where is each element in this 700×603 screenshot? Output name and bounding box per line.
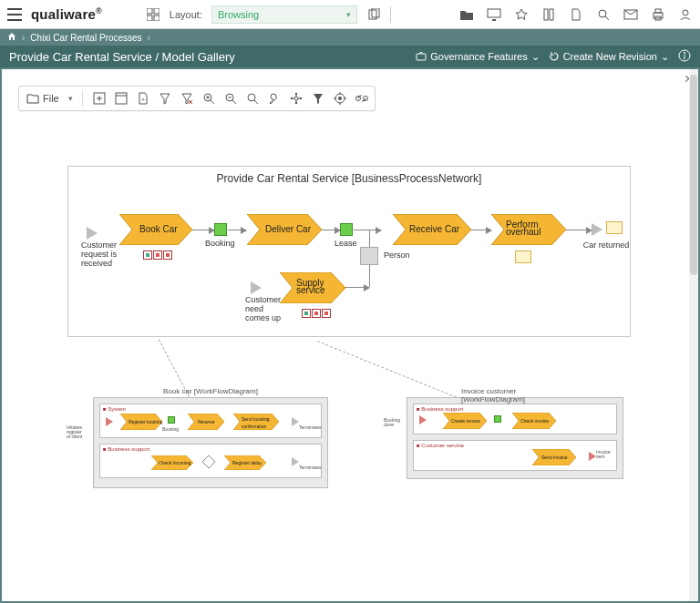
process-perform-overhaul[interactable]: Performoverhaul [491,214,566,245]
start-event-icon [419,415,427,424]
print-icon[interactable] [651,7,665,22]
end-label: Car returned [581,241,632,250]
process-receive-car[interactable]: Receive Car [393,214,471,245]
funnel-icon[interactable] [311,91,325,106]
data-node [494,415,501,423]
copy-icon[interactable] [366,7,381,22]
svg-rect-4 [154,8,160,14]
search-icon[interactable] [596,7,611,22]
data-lease[interactable] [340,223,353,236]
connector [566,230,592,230]
zoom-in-icon[interactable] [201,91,216,106]
wrench-icon[interactable] [267,91,282,106]
zoom-icon[interactable] [245,91,260,106]
svg-rect-6 [154,15,160,21]
chevron-icon: › [22,33,25,43]
zoom-out-icon[interactable] [223,91,238,106]
subdiagram-invoice-customer[interactable]: Invoice customer [WorkFlowDiagram] ■ Bus… [407,397,623,479]
process-indicator [515,250,531,263]
svg-point-13 [599,10,606,17]
side-label: Initiates register of client [67,425,92,439]
vertical-scrollbar[interactable] [689,69,698,601]
process-indicators [143,250,172,260]
data-booking[interactable] [214,223,227,236]
svg-rect-17 [655,9,661,13]
editor-toolbar: File ▾ + [18,86,376,111]
mail-icon[interactable] [623,7,638,22]
star-icon[interactable] [514,7,529,22]
link-icon[interactable] [355,91,369,106]
start-event-icon [106,417,113,426]
process-supply-service[interactable]: Supplyservice [280,272,345,303]
svg-text:Send invoice: Send invoice [541,455,568,460]
page-title: Provide Car Rental Service / Model Galle… [9,50,235,64]
svg-rect-9 [488,9,500,17]
new-doc-icon[interactable]: + [136,91,150,106]
connector [322,230,340,230]
filter-clear-icon[interactable] [180,91,194,106]
breadcrumb-item[interactable]: Chixi Car Rental Processes [30,33,141,43]
info-icon[interactable] [678,49,691,64]
start-event-icon[interactable] [251,281,262,294]
target-icon[interactable] [333,91,347,106]
svg-text:Supplyservice: Supplyservice [296,278,325,295]
svg-text:Check invoice: Check invoice [520,418,549,424]
user-icon[interactable] [678,7,693,22]
svg-point-19 [683,10,688,15]
diagram-panel: Provide Car Rental Service [BusinessProc… [67,166,631,337]
window-icon[interactable] [114,91,129,106]
data-label: Person [384,251,410,261]
app-topbar: qualiware® Layout: Browsing ▾ [0,0,700,29]
process-indicators [302,309,331,318]
canvas-stage[interactable]: × File ▾ + Provide Car Rental Ser [2,69,698,601]
lane: ■ Customer service Send invoice Invoice … [413,440,617,471]
lane: ■ Business support Create invoice Check … [413,404,617,434]
page-header: Provide Car Rental Service / Model Galle… [0,46,700,67]
network-icon[interactable] [289,91,304,106]
create-revision-button[interactable]: Create New Revision ⌄ [549,51,669,63]
svg-point-23 [684,52,685,54]
folder-icon[interactable] [459,7,474,22]
svg-text:Book Car: Book Car [139,224,178,234]
governance-button[interactable]: Governance Features ⌄ [416,51,539,63]
svg-text:Register delay: Register delay [232,460,262,465]
bookmark-icon[interactable] [541,7,556,22]
file-button[interactable]: File [25,93,61,104]
svg-point-42 [291,97,293,99]
brand-logo: qualiware® [31,6,102,22]
svg-text:Performoverhaul: Performoverhaul [506,220,540,237]
document-icon[interactable] [569,7,583,22]
scrollbar-thumb[interactable] [690,75,697,275]
svg-point-39 [248,94,255,101]
diagram-title: Provide Car Rental Service [BusinessProc… [68,167,630,185]
end-event-icon [292,457,299,466]
svg-text:Receive Car: Receive Car [409,224,460,234]
grid-icon[interactable] [146,7,160,22]
layout-value: Browsing [218,9,259,20]
svg-point-45 [295,102,297,104]
svg-point-43 [300,97,302,99]
start-event-icon[interactable] [87,227,98,240]
svg-text:Deliver Car: Deliver Car [265,224,312,234]
svg-line-37 [232,100,236,104]
home-icon[interactable] [7,32,16,43]
data-label: Booking [205,240,235,249]
layout-select[interactable]: Browsing ▾ [211,5,357,24]
process-deliver-car[interactable]: Deliver Car [247,214,322,245]
data-person[interactable] [360,247,378,265]
subdiagram-book-car[interactable]: Book car [WorkFlowDiagram] ■ System Regi… [93,397,328,488]
process-book-car[interactable]: Book Car [119,214,192,245]
chevron-down-icon[interactable]: ▾ [68,94,73,103]
end-event-icon[interactable] [592,223,602,236]
filter-icon[interactable] [158,91,172,106]
chevron-down-icon: ⌄ [661,51,669,63]
svg-point-51 [338,97,342,100]
add-window-icon[interactable] [92,91,107,106]
monitor-icon[interactable] [487,7,501,22]
svg-line-40 [254,100,258,104]
chevron-icon: › [148,33,150,43]
subdiagram-title: Book car [WorkFlowDiagram] [163,387,258,395]
data-label: Lease [335,240,357,249]
start-label: Customer request is received [81,241,132,269]
menu-icon[interactable] [7,7,22,22]
